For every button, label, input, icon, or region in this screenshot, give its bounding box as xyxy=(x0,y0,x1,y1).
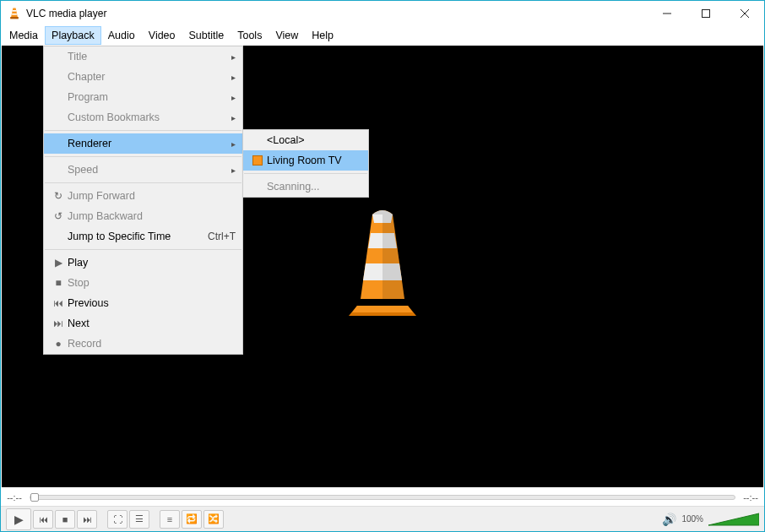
menu-subtitle[interactable]: Subtitle xyxy=(182,26,231,45)
vlc-cone-logo xyxy=(332,206,433,328)
menu-item-chapter[interactable]: Chapter▸ xyxy=(44,67,242,87)
menu-separator xyxy=(45,156,241,157)
renderer-living-room-tv[interactable]: Living Room TV xyxy=(243,150,368,171)
play-icon: ▶ xyxy=(14,513,24,526)
menu-help[interactable]: Help xyxy=(305,26,340,45)
fullscreen-button[interactable]: ⛶ xyxy=(107,510,128,529)
seekbar: --:-- --:-- xyxy=(4,490,761,505)
stop-icon: ■ xyxy=(62,514,68,524)
play-button[interactable]: ▶ xyxy=(6,508,31,530)
jump-forward-icon: ↻ xyxy=(49,190,68,202)
menu-playback[interactable]: Playback xyxy=(45,26,101,45)
minimize-button[interactable] xyxy=(648,1,686,26)
volume-slider[interactable] xyxy=(708,512,759,527)
play-icon: ▶ xyxy=(49,257,68,269)
next-button[interactable]: ⏭ xyxy=(77,510,97,529)
menu-item-previous[interactable]: ⏮Previous xyxy=(44,293,242,313)
renderer-scanning: Scanning... xyxy=(243,176,368,197)
loop-icon: 🔁 xyxy=(186,513,198,524)
volume-percent: 100% xyxy=(681,514,703,524)
previous-icon: ⏮ xyxy=(49,297,68,309)
menu-item-jump-specific[interactable]: Jump to Specific TimeCtrl+T xyxy=(44,226,242,247)
menu-item-speed[interactable]: Speed▸ xyxy=(44,160,242,180)
jump-backward-icon: ↺ xyxy=(49,210,68,222)
extended-settings-button[interactable]: ☰ xyxy=(129,510,149,529)
svg-rect-2 xyxy=(12,14,17,15)
menu-item-jump-forward[interactable]: ↻Jump Forward xyxy=(44,186,242,206)
previous-icon: ⏮ xyxy=(39,514,48,524)
chevron-right-icon: ▸ xyxy=(231,52,236,62)
menu-separator xyxy=(45,249,241,250)
renderer-local[interactable]: <Local> xyxy=(243,130,368,150)
previous-button[interactable]: ⏮ xyxy=(33,510,53,529)
svg-rect-0 xyxy=(10,17,19,19)
next-icon: ⏭ xyxy=(49,318,68,329)
chevron-right-icon: ▸ xyxy=(231,93,236,102)
menu-separator xyxy=(244,173,367,174)
shortcut-label: Ctrl+T xyxy=(208,231,236,242)
chevron-right-icon: ▸ xyxy=(231,166,236,175)
menu-audio[interactable]: Audio xyxy=(101,26,142,45)
menu-item-stop[interactable]: ■Stop xyxy=(44,273,242,293)
window-controls xyxy=(648,1,764,26)
playlist-button[interactable]: ≡ xyxy=(160,510,180,529)
menu-item-custom-bookmarks[interactable]: Custom Bookmarks▸ xyxy=(44,107,242,128)
menu-item-next[interactable]: ⏭Next xyxy=(44,313,242,334)
total-time: --:-- xyxy=(741,492,761,502)
seek-track[interactable] xyxy=(30,495,735,500)
playlist-icon: ≡ xyxy=(167,514,172,524)
speaker-icon[interactable]: 🔊 xyxy=(662,513,676,526)
menu-item-record[interactable]: ●Record xyxy=(44,334,242,354)
menubar: Media Playback Audio Video Subtitle Tool… xyxy=(1,26,764,45)
chevron-right-icon: ▸ xyxy=(231,113,236,122)
loop-button[interactable]: 🔁 xyxy=(182,510,202,529)
shuffle-icon: 🔀 xyxy=(208,513,220,524)
cast-icon xyxy=(248,155,267,166)
record-icon: ● xyxy=(49,338,68,350)
app-icon xyxy=(8,7,21,20)
elapsed-time: --:-- xyxy=(4,492,24,502)
fullscreen-icon: ⛶ xyxy=(113,514,122,524)
menu-view[interactable]: View xyxy=(269,26,305,45)
menu-item-jump-backward[interactable]: ↺Jump Backward xyxy=(44,206,242,226)
stop-icon: ■ xyxy=(49,277,68,289)
next-icon: ⏭ xyxy=(83,514,92,524)
menu-media[interactable]: Media xyxy=(3,26,45,45)
close-button[interactable] xyxy=(725,1,764,26)
menu-item-renderer[interactable]: Renderer▸ xyxy=(44,133,242,154)
svg-rect-1 xyxy=(13,10,16,12)
equalizer-icon: ☰ xyxy=(135,513,144,524)
bottom-toolbar: ▶ ⏮ ■ ⏭ ⛶ ☰ ≡ 🔁 🔀 🔊 100% xyxy=(1,506,764,531)
menu-video[interactable]: Video xyxy=(142,26,182,45)
chevron-right-icon: ▸ xyxy=(231,73,236,82)
menu-item-program[interactable]: Program▸ xyxy=(44,87,242,107)
menu-tools[interactable]: Tools xyxy=(231,26,269,45)
titlebar: VLC media player xyxy=(1,1,764,26)
menu-separator xyxy=(45,182,241,183)
stop-button[interactable]: ■ xyxy=(55,510,75,529)
svg-marker-8 xyxy=(708,513,759,525)
seek-thumb[interactable] xyxy=(30,493,39,502)
shuffle-button[interactable]: 🔀 xyxy=(203,510,224,529)
playback-dropdown: Title▸ Chapter▸ Program▸ Custom Bookmark… xyxy=(43,46,243,355)
renderer-submenu: <Local> Living Room TV Scanning... xyxy=(242,129,369,198)
chevron-right-icon: ▸ xyxy=(231,139,236,149)
menu-separator xyxy=(45,130,241,131)
menu-item-play[interactable]: ▶Play xyxy=(44,252,242,273)
maximize-button[interactable] xyxy=(686,1,725,26)
svg-rect-4 xyxy=(703,10,710,18)
menu-item-title[interactable]: Title▸ xyxy=(44,46,242,67)
volume-area: 🔊 100% xyxy=(662,512,759,527)
window-title: VLC media player xyxy=(26,8,106,19)
